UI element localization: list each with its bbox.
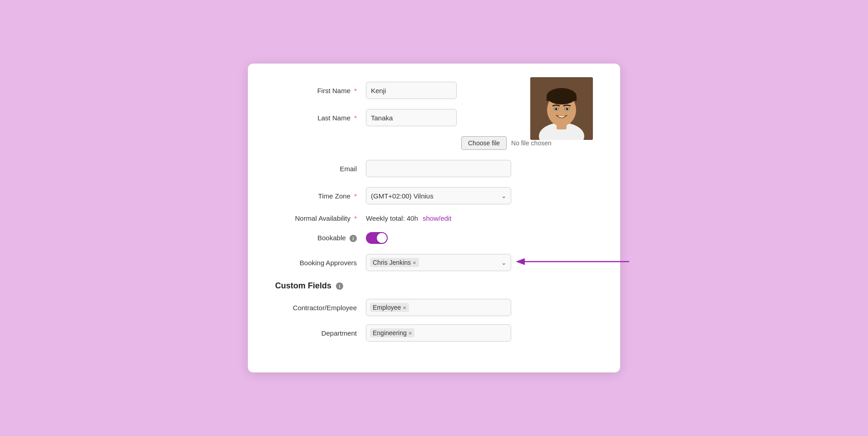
time-zone-label: Time Zone * <box>275 192 366 200</box>
svg-point-11 <box>555 108 557 110</box>
bookable-row: Bookable i <box>275 232 593 244</box>
normal-availability-label: Normal Availability * <box>275 214 366 222</box>
toggle-container <box>366 232 388 244</box>
choose-file-button[interactable]: Choose file <box>461 136 507 150</box>
svg-rect-6 <box>547 96 577 101</box>
contractor-employee-field[interactable]: Employee × <box>366 299 511 316</box>
svg-point-12 <box>566 108 568 110</box>
show-edit-link[interactable]: show/edit <box>423 214 451 222</box>
chris-jenkins-tag: Chris Jenkins × <box>370 258 419 267</box>
custom-fields-title: Custom Fields i <box>275 281 593 291</box>
contractor-employee-wrapper: Employee × <box>366 299 511 316</box>
first-name-input[interactable] <box>366 82 457 99</box>
time-zone-row: Time Zone * (GMT+02:00) Vilnius (GMT+00:… <box>275 187 593 204</box>
time-zone-select-wrapper: (GMT+02:00) Vilnius (GMT+00:00) UTC (GMT… <box>366 187 511 204</box>
chris-jenkins-remove-icon[interactable]: × <box>413 260 416 266</box>
arrow-annotation <box>520 253 638 272</box>
engineering-tag: Engineering × <box>370 328 414 337</box>
weekly-total-text: Weekly total: 40h show/edit <box>366 214 451 222</box>
bookable-label: Bookable i <box>275 234 366 242</box>
department-label: Department <box>275 329 366 337</box>
employee-remove-icon[interactable]: × <box>403 305 406 311</box>
main-card: First Name * Last Name * <box>248 64 620 372</box>
booking-approvers-field[interactable]: Chris Jenkins × <box>366 254 511 271</box>
email-label: Email <box>275 165 366 173</box>
toggle-knob <box>377 233 387 243</box>
required-star-avail: * <box>354 214 357 222</box>
department-field[interactable]: Engineering × <box>366 324 511 342</box>
custom-fields-section: Custom Fields i Contractor/Employee Empl… <box>275 281 593 350</box>
form-section: First Name * Last Name * <box>275 82 593 350</box>
employee-tag: Employee × <box>370 303 409 312</box>
normal-availability-row: Normal Availability * Weekly total: 40h … <box>275 214 593 222</box>
last-name-input[interactable] <box>366 109 457 126</box>
required-star: * <box>354 87 357 94</box>
bookable-toggle[interactable] <box>366 232 388 244</box>
department-wrapper: Engineering × <box>366 324 511 342</box>
required-star-tz: * <box>354 192 357 200</box>
department-row: Department Engineering × <box>275 324 593 342</box>
bookable-info-icon[interactable]: i <box>350 235 357 242</box>
booking-approvers-label: Booking Approvers <box>275 259 366 267</box>
last-name-label: Last Name * <box>275 114 366 122</box>
no-file-text: No file chosen <box>511 139 552 147</box>
first-name-label: First Name * <box>275 87 366 94</box>
photo-area <box>530 77 593 140</box>
time-zone-select[interactable]: (GMT+02:00) Vilnius (GMT+00:00) UTC (GMT… <box>366 187 511 204</box>
booking-approvers-row: Booking Approvers Chris Jenkins × ⌄ <box>275 254 593 271</box>
booking-approvers-wrapper: Chris Jenkins × ⌄ <box>366 254 511 271</box>
required-star-last: * <box>354 114 357 122</box>
email-row: Email <box>275 160 593 177</box>
avatar-photo <box>530 77 593 140</box>
engineering-remove-icon[interactable]: × <box>409 330 412 336</box>
email-input[interactable] <box>366 160 511 177</box>
custom-fields-info-icon[interactable]: i <box>336 282 343 290</box>
contractor-employee-label: Contractor/Employee <box>275 304 366 312</box>
contractor-employee-row: Contractor/Employee Employee × <box>275 299 593 316</box>
